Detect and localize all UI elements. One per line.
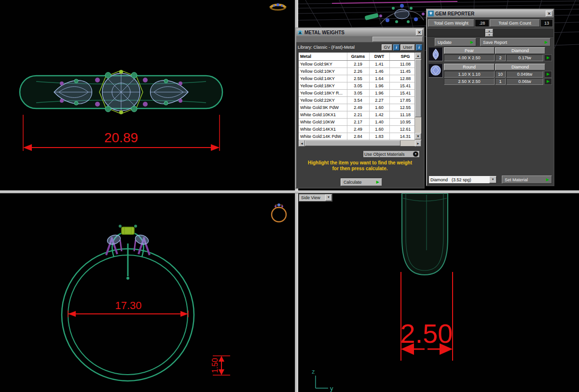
cell-metal: Yellow Gold:10KY [299,68,347,75]
chevron-down-icon[interactable]: ▼ [325,194,332,201]
scroll-right-icon[interactable]: ► [415,140,421,147]
cell-metal: Yellow Gold:18KY R... [299,89,347,96]
front-view-drawing: 17.30 1.50 [0,193,295,392]
select-gems-button[interactable]: ▶ [544,78,552,85]
gem-shape-cell[interactable]: Round [444,64,495,70]
metal-row[interactable]: Yellow Gold:10KY2.261.4611.45 [299,68,421,75]
metal-weights-titlebar[interactable]: METAL WEIGHTS ✕ [296,28,424,36]
update-label: Update [438,40,452,45]
gem-reporter-titlebar[interactable]: GEM REPORTER ✕ [427,10,553,17]
user-info-button[interactable]: i [416,44,422,51]
calculate-button[interactable]: Calculate ▶ [341,178,382,186]
metal-row[interactable]: Yellow Gold:9KY2.191.4111.08 [299,60,421,68]
ring-thumbnail-icon [266,0,290,13]
axis-z-label: z [312,368,315,375]
play-icon: ▶ [547,56,550,60]
metal-row[interactable]: White Gold:9K PdW2.491.6012.55 [299,104,421,111]
splitter-horizontal[interactable] [0,190,579,193]
gem-weight-cell: 0.049tw [506,71,543,78]
material-dropdown[interactable]: Diamond (3.52 spg) ▼ [428,176,497,184]
horizontal-scrollbar[interactable]: ◄ ► [299,140,421,146]
gv-info-button[interactable]: i [393,44,400,51]
metal-row[interactable]: Yellow Gold:22KY3.542.2717.85 [299,96,421,104]
gem-weight-cell: 0.06tw [506,78,543,85]
gem-shape-cell[interactable]: Pear [444,47,495,54]
metal-row[interactable]: White Gold:14KX12.491.6012.61 [299,125,421,133]
update-button[interactable]: Update ▶ [435,38,476,46]
cell-grams: 2.21 [347,111,369,118]
calculate-label: Calculate [344,180,362,185]
use-object-materials-dropdown[interactable]: Use Object Materials ▾ [363,150,420,158]
rollout-bar [296,36,424,42]
cell-dwt: 1.96 [369,89,389,96]
play-icon: ▶ [470,41,473,44]
view-selector[interactable]: Side View ▼ [299,194,332,202]
gem-weight-cell: 0.17tw [506,54,543,61]
cell-grams: 2.84 [347,133,369,140]
col-metal: Metal [299,53,347,60]
gem-size-cell: 4.00 X 2.50 [444,54,495,61]
viewport-side-view[interactable]: 2.50 z y [298,193,579,392]
top-view-drawing: 20.89 [0,0,295,190]
chevron-down-icon[interactable]: ▼ [489,176,496,183]
close-icon[interactable]: ✕ [546,11,552,17]
scroll-left-icon[interactable]: ◄ [299,140,305,147]
col-grams: Grams [347,53,369,60]
spinner-down-icon[interactable]: ▼ [485,33,493,37]
gem-reporter-panel: GEM REPORTER ✕ Total Gem Weight .28 Tota… [426,9,554,186]
metal-row[interactable]: Yellow Gold:18KY3.051.9615.41 [299,82,421,89]
scale-icon [297,29,303,35]
axis-indicator: z y [312,368,333,392]
play-icon: ▶ [545,41,548,44]
vertical-scrollbar[interactable]: ▲ ▼ [414,53,421,140]
dimension-label-front-thickness: 1.50 [211,358,219,373]
dimension-front-thickness: 1.50 [211,356,230,375]
chevron-down-icon[interactable]: ▾ [413,151,418,157]
metal-row[interactable]: White Gold:14K PdW2.841.8314.31 [299,133,421,140]
cell-dwt: 1.46 [369,68,389,75]
metal-table-header: Metal Grams DWT SPG [299,53,421,60]
dimension-front-diameter: 17.30 [68,299,188,317]
select-gems-button[interactable]: ▶ [544,71,552,78]
play-icon: ▶ [547,72,550,76]
gv-button[interactable]: GV [382,44,392,51]
user-button[interactable]: User [400,44,415,51]
cell-metal: Yellow Gold:22KY [299,96,347,104]
col-dwt: DWT [369,53,389,60]
gem-material-cell[interactable]: Diamond [495,64,545,70]
side-view-drawing: 2.50 z y [298,193,579,392]
ring-thumbnail-icon [268,199,290,224]
select-gems-button[interactable]: ▶ [544,54,552,61]
cell-metal: White Gold:14K PdW [299,133,347,140]
gem-count-cell: 1 [495,78,506,85]
scroll-up-icon[interactable]: ▲ [415,53,421,59]
scroll-down-icon[interactable]: ▼ [415,133,421,139]
metal-table-viewport: Metal Grams DWT SPG Yellow Gold:9KY2.191… [299,53,421,140]
metal-row[interactable]: Yellow Gold:14KY2.551.6412.88 [299,75,421,82]
gem-material-cell[interactable]: Diamond [495,47,545,54]
close-icon[interactable]: ✕ [416,29,423,36]
library-label: Library: Classic - (Fast)-Metal [298,45,355,50]
set-material-button[interactable]: Set Material ▶ [502,176,552,184]
round-gem-icon [428,64,443,78]
size-spinner: ▲ ▼ [427,28,553,37]
cell-grams: 2.26 [347,68,369,75]
material-dropdown-value: Diamond [430,177,448,182]
metal-row[interactable]: White Gold:10KW2.171.4010.95 [299,118,421,125]
gem-count-cell: 10 [495,71,506,78]
axis-y-label: y [330,385,333,392]
spinner-up-icon[interactable]: ▲ [485,29,493,33]
scroll-thumb[interactable] [415,59,421,117]
viewport-top-view[interactable]: 20.89 [0,0,295,190]
cell-grams: 3.05 [347,89,369,96]
cell-grams: 2.19 [347,60,369,68]
view-selector-label: Side View [301,195,320,200]
metal-row[interactable]: White Gold:10KX12.211.4211.18 [299,111,421,118]
metal-row[interactable]: Yellow Gold:18KY R...3.051.9615.41 [299,89,421,96]
save-report-button[interactable]: Save Report ▶ [480,38,551,46]
hscroll-thumb[interactable] [305,140,400,146]
viewport-front-view[interactable]: 17.30 1.50 [0,193,295,392]
calculate-hint-line1: Highlight the item you want to find the … [296,160,424,166]
pear-gem-icon [428,47,443,61]
total-gem-weight-value: .28 [475,19,489,27]
